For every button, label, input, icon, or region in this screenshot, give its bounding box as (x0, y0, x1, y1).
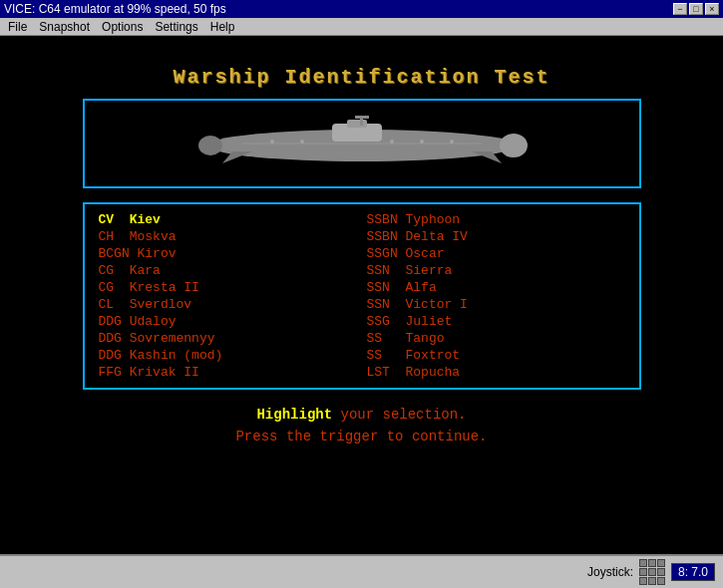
list-item[interactable]: BCGN Kirov (99, 246, 357, 261)
list-item[interactable]: SSBN Typhoon (367, 212, 625, 227)
list-item[interactable]: FFG Krivak II (99, 365, 357, 380)
svg-rect-6 (355, 116, 369, 119)
list-item[interactable]: CG Kara (99, 263, 357, 278)
list-item[interactable]: SSBN Delta IV (367, 229, 625, 244)
list-item[interactable]: DDG Udaloy (99, 314, 357, 329)
menu-options[interactable]: Options (96, 19, 149, 35)
list-item[interactable]: CL Sverdlov (99, 297, 357, 312)
svg-point-10 (270, 140, 274, 144)
close-button[interactable]: × (705, 3, 719, 15)
joystick-dot (639, 577, 647, 585)
game-title: Warship Identification Test (173, 66, 549, 89)
list-item[interactable]: CG Kresta II (99, 280, 357, 295)
instruction-line1: Highlight your selection. (235, 404, 487, 426)
title-bar: VICE: C64 emulator at 99% speed, 50 fps … (0, 0, 723, 18)
menu-settings[interactable]: Settings (149, 19, 203, 35)
status-bar: Joystick: 8: 7.0 (0, 554, 723, 588)
window-title: VICE: C64 emulator at 99% speed, 50 fps (4, 2, 226, 16)
instruction-text: Highlight your selection. Press the trig… (235, 404, 487, 448)
ships-grid: CV Kiev SSBN Typhoon CH Moskva SSBN Delt… (99, 212, 625, 380)
title-bar-controls: − □ × (673, 3, 719, 15)
svg-point-13 (420, 140, 424, 144)
joystick-label: Joystick: (587, 565, 633, 579)
menu-help[interactable]: Help (204, 19, 241, 35)
joystick-grid (639, 559, 665, 585)
joystick-dot (648, 568, 656, 576)
svg-point-4 (500, 134, 528, 157)
list-item[interactable]: SSN Alfa (367, 280, 625, 295)
minimize-button[interactable]: − (673, 3, 687, 15)
list-item[interactable]: LST Ropucha (367, 365, 625, 380)
list-item[interactable]: DDG Sovremennyy (99, 331, 357, 346)
list-item[interactable]: CH Moskva (99, 229, 357, 244)
list-item[interactable]: SS Foxtrot (367, 348, 625, 363)
menu-bar: File Snapshot Options Settings Help (0, 18, 723, 36)
svg-point-14 (450, 140, 454, 144)
list-item[interactable]: SSG Juliet (367, 314, 625, 329)
menu-snapshot[interactable]: Snapshot (33, 19, 96, 35)
submarine-display (83, 99, 641, 188)
instruction-line2: Press the trigger to continue. (235, 426, 487, 447)
list-item[interactable]: CV Kiev (99, 212, 357, 227)
joystick-dot (657, 568, 665, 576)
list-item[interactable]: SSN Sierra (367, 263, 625, 278)
svg-rect-2 (347, 120, 367, 128)
ships-list: CV Kiev SSBN Typhoon CH Moskva SSBN Delt… (83, 202, 641, 390)
highlight-word: Highlight (256, 407, 332, 423)
joystick-dot (648, 559, 656, 567)
emulator-screen: Warship Identification Test (0, 36, 723, 554)
svg-point-3 (198, 136, 222, 155)
joystick-dot (648, 577, 656, 585)
joystick-dot (639, 568, 647, 576)
menu-file[interactable]: File (2, 19, 33, 35)
svg-point-12 (390, 140, 394, 144)
maximize-button[interactable]: □ (689, 3, 703, 15)
joystick-dot (657, 577, 665, 585)
joystick-dot (639, 559, 647, 567)
list-item[interactable]: SS Tango (367, 331, 625, 346)
list-item[interactable]: SSGN Oscar (367, 246, 625, 261)
joystick-dot (657, 559, 665, 567)
svg-point-11 (300, 140, 304, 144)
list-item[interactable]: SSN Victor I (367, 297, 625, 312)
list-item[interactable]: DDG Kashin (mod) (99, 348, 357, 363)
joystick-value: 8: 7.0 (671, 563, 715, 581)
submarine-image (192, 114, 532, 173)
